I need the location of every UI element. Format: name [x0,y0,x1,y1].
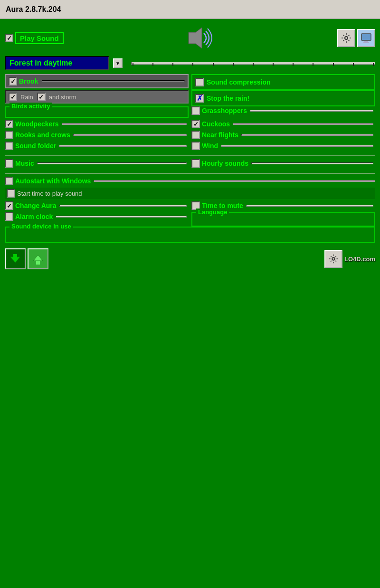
sound-device-label: Sound device in use [10,223,73,230]
hourly-slider[interactable] [251,162,373,164]
sound-device-box: Sound device in use [5,227,375,243]
display-icon-btn[interactable] [357,29,375,47]
changeaura-slider[interactable] [59,205,187,207]
grasshoppers-checkbox[interactable] [191,106,200,115]
svg-rect-8 [36,261,40,265]
language-box: Language [191,212,375,227]
cuckoos-checkbox[interactable] [191,120,200,128]
svg-point-1 [345,37,348,39]
timetomute-slider[interactable] [246,205,373,207]
bottom-bar: LO4D.com [5,247,375,271]
play-sound-label: Play Sound [15,32,64,44]
birds-activity-group: Birds activity [5,106,189,118]
upload-arrow-btn[interactable] [28,248,48,269]
autostart-label: Autostart with Windows [15,177,91,185]
forest-dropdown[interactable]: Forest in daytime [5,56,109,70]
cuckoos-slider[interactable] [233,123,373,125]
bottom-left-buttons [5,248,48,269]
play-sound-checkbox[interactable] [5,34,13,42]
nearflights-slider[interactable] [241,134,373,136]
soundfolder-row: Sound folder [5,142,189,150]
tick-2 [152,63,153,66]
language-label: Language [196,209,229,216]
tick-9 [293,63,294,66]
speaker-area [64,24,337,52]
woodpeckers-slider[interactable] [62,123,187,125]
rooks-label: Rooks and crows [15,131,70,139]
changeaura-checkbox[interactable] [5,201,13,210]
alarm-row: Alarm clock [5,212,189,221]
volume-slider[interactable] [131,62,375,65]
brook-slider[interactable] [42,80,185,82]
music-checkbox[interactable] [5,159,13,168]
stop-rain-col: Stop the rain! [191,90,375,106]
and-storm-checkbox[interactable] [37,93,46,101]
nearflights-checkbox[interactable] [191,131,200,139]
hourly-label: Hourly sounds [202,160,248,167]
volume-ticks [132,63,375,66]
and-storm-label: and storm [49,94,76,101]
dropdown-arrow[interactable]: ▼ [113,58,123,68]
tick-11 [333,63,334,66]
soundfolder-checkbox[interactable] [5,142,13,150]
grasshoppers-row: Grasshoppers [191,106,375,115]
start-time-row: Start time to play sound [5,188,375,199]
svg-marker-7 [33,255,43,261]
download-arrow-btn[interactable] [5,248,26,269]
title-bar: Aura 2.8.7k.204 [0,0,380,19]
grasshoppers-slider[interactable] [250,110,373,112]
play-sound-checkbox-row[interactable]: Play Sound [5,32,64,44]
changeaura-label: Change Aura [15,202,57,209]
app-title: Aura 2.8.7k.204 [6,5,61,14]
birds-grass-row: Birds activity Grasshoppers [5,106,375,120]
autostart-slider[interactable] [94,180,375,182]
dropdown-row: Forest in daytime ▼ [5,56,375,70]
stop-rain-label: Stop the rain! [207,95,249,102]
sound-compression-checkbox[interactable] [195,78,204,86]
nearflights-row: Near flights [191,131,375,139]
alarm-slider[interactable] [56,216,187,218]
grasshoppers-label: Grasshoppers [202,107,247,114]
settings-icon-btn[interactable] [337,29,355,47]
hourly-row: Hourly sounds [191,159,375,168]
rain-label: Rain [20,94,33,101]
woodpeckers-col: Woodpeckers [5,120,189,131]
tick-3 [172,63,173,66]
bottom-settings-btn[interactable] [324,250,342,268]
language-col: Language [191,212,375,227]
hourly-col: Hourly sounds [191,159,375,170]
top-right-buttons [337,29,375,47]
rain-checkbox[interactable] [9,93,17,101]
tick-5 [213,63,214,66]
top-row: Play Sound [5,24,375,52]
music-hourly-row: Music Hourly sounds [5,159,375,170]
rooks-checkbox[interactable] [5,131,13,139]
wind-slider[interactable] [221,145,373,147]
sound-compression-label: Sound compression [207,78,271,86]
woodpeckers-checkbox[interactable] [5,120,13,128]
tick-7 [253,63,254,66]
stop-rain-checkbox[interactable] [195,94,204,103]
bottom-settings-icon [328,254,339,264]
nearflights-col: Near flights [191,131,375,142]
divider-1 [5,155,375,156]
tick-8 [273,63,274,66]
music-slider[interactable] [37,162,187,164]
autostart-row: Autostart with Windows [5,177,375,185]
alarm-checkbox[interactable] [5,212,13,221]
start-time-checkbox[interactable] [7,189,15,198]
birds-col: Birds activity [5,106,189,120]
changeaura-timetomute-row: Change Aura Time to mute [5,201,375,212]
brook-checkbox[interactable] [9,77,17,85]
wind-checkbox[interactable] [191,142,200,150]
hourly-checkbox[interactable] [191,159,200,168]
soundfolder-slider[interactable] [59,145,187,147]
rooks-slider[interactable] [73,134,187,136]
autostart-checkbox[interactable] [5,177,13,185]
stop-rain-box: Stop the rain! [191,90,375,106]
brook-label: Brook [19,77,38,85]
rain-stop-row: Rain and storm Stop the rain! [5,90,375,106]
wind-label: Wind [202,142,218,150]
soundfolder-label: Sound folder [15,142,56,150]
rooks-row: Rooks and crows [5,131,189,139]
